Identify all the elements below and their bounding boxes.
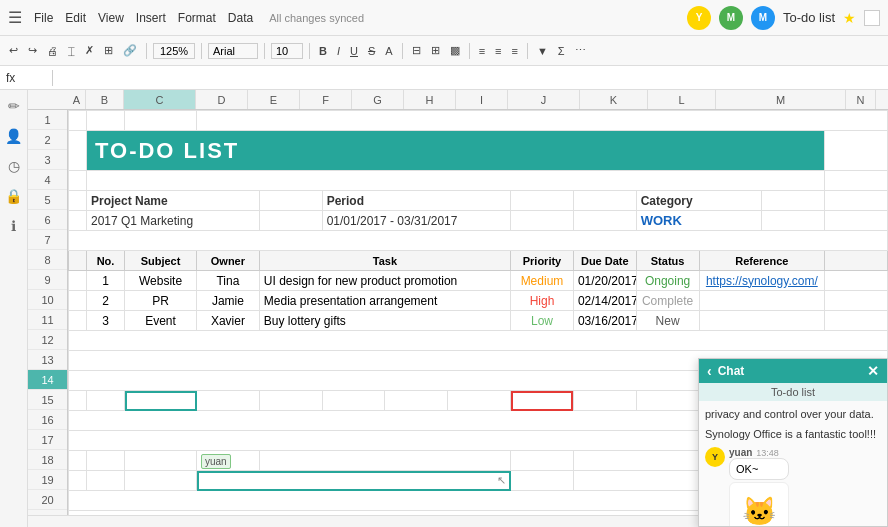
cell-a4[interactable] xyxy=(69,191,87,211)
cell-j14[interactable] xyxy=(573,391,636,411)
underline-btn[interactable]: U xyxy=(347,44,361,58)
cell-a18[interactable] xyxy=(69,471,87,491)
cell-i14[interactable] xyxy=(511,391,574,411)
cell-b17[interactable] xyxy=(87,451,125,471)
cell-c18[interactable] xyxy=(125,471,197,491)
cell-rest-3[interactable] xyxy=(87,171,825,191)
cell-n4[interactable] xyxy=(825,191,888,211)
font-color-btn[interactable]: A xyxy=(382,44,395,58)
cell-e5[interactable] xyxy=(259,211,322,231)
cell-a8[interactable] xyxy=(69,271,87,291)
cell-ref-3[interactable] xyxy=(699,311,825,331)
cell-g14[interactable] xyxy=(385,391,448,411)
italic-btn[interactable]: I xyxy=(334,44,343,58)
merge-btn[interactable]: ⊟ xyxy=(409,43,424,58)
cell-j4[interactable] xyxy=(573,191,636,211)
sidebar-icon-person[interactable]: 👤 xyxy=(5,128,22,144)
cell-a14[interactable] xyxy=(69,391,87,411)
sidebar-icon-info[interactable]: ℹ xyxy=(11,218,16,234)
cell-j5[interactable] xyxy=(573,211,636,231)
fill-color-btn[interactable]: ▩ xyxy=(447,43,463,58)
cell-n9[interactable] xyxy=(825,291,888,311)
col-header-a: A xyxy=(68,90,86,109)
cell-e17-h17[interactable] xyxy=(259,451,510,471)
cell-n7[interactable] xyxy=(825,251,888,271)
more-btn[interactable]: ⋯ xyxy=(572,43,589,58)
cell-d14[interactable] xyxy=(197,391,260,411)
cell-a9[interactable] xyxy=(69,291,87,311)
cell-e14[interactable] xyxy=(259,391,322,411)
undo-btn[interactable]: ↩ xyxy=(6,43,21,58)
eraser-btn[interactable]: ✗ xyxy=(82,43,97,58)
cell-ref-2[interactable] xyxy=(699,291,825,311)
cell-b18[interactable] xyxy=(87,471,125,491)
cell-i4[interactable] xyxy=(511,191,574,211)
cell-a5[interactable] xyxy=(69,211,87,231)
menu-insert[interactable]: Insert xyxy=(136,11,166,25)
cell-n5[interactable] xyxy=(825,211,888,231)
cell-n2[interactable] xyxy=(825,131,888,171)
menu-view[interactable]: View xyxy=(98,11,124,25)
image-btn[interactable]: ⊞ xyxy=(101,43,116,58)
print-btn[interactable]: 🖨 xyxy=(44,44,61,58)
row-6-cells[interactable] xyxy=(69,231,888,251)
cell-a3[interactable] xyxy=(69,171,87,191)
menu-edit[interactable]: Edit xyxy=(65,11,86,25)
menu-format[interactable]: Format xyxy=(178,11,216,25)
redo-btn[interactable]: ↪ xyxy=(25,43,40,58)
cell-a7[interactable] xyxy=(69,251,87,271)
zoom-box[interactable]: 125% xyxy=(153,43,195,59)
cell-n8[interactable] xyxy=(825,271,888,291)
font-selector[interactable]: Arial xyxy=(208,43,258,59)
chat-back-btn[interactable]: ‹ xyxy=(707,363,712,379)
sum-btn[interactable]: Σ xyxy=(555,44,568,58)
align-left-btn[interactable]: ≡ xyxy=(476,44,488,58)
align-right-btn[interactable]: ≡ xyxy=(509,44,521,58)
cell-h14[interactable] xyxy=(448,391,511,411)
cell-ref-1[interactable]: https://synology.com/ xyxy=(699,271,825,291)
sidebar-icon-lock[interactable]: 🔒 xyxy=(5,188,22,204)
star-icon[interactable]: ★ xyxy=(843,10,856,26)
cell-f14[interactable] xyxy=(322,391,385,411)
cell-a2[interactable] xyxy=(69,131,87,171)
cell-k14[interactable] xyxy=(636,391,699,411)
sidebar-icon-clock[interactable]: ◷ xyxy=(8,158,20,174)
cell-c17[interactable] xyxy=(125,451,197,471)
chat-body[interactable]: privacy and control over your data. Syno… xyxy=(699,401,887,526)
hamburger-icon[interactable]: ☰ xyxy=(8,8,22,27)
cell-rest-1[interactable] xyxy=(197,111,888,131)
filter-btn[interactable]: ▼ xyxy=(534,44,551,58)
menu-file[interactable]: File xyxy=(34,11,53,25)
main-area: ✏ 👤 ◷ 🔒 ℹ A B C D E F G H I J K L M N 1 xyxy=(0,90,888,527)
cell-m4[interactable] xyxy=(762,191,825,211)
cell-a1[interactable] xyxy=(69,111,87,131)
bold-btn[interactable]: B xyxy=(316,44,330,58)
cell-n10[interactable] xyxy=(825,311,888,331)
cell-n3[interactable] xyxy=(825,171,888,191)
row-11-cells[interactable] xyxy=(69,331,888,351)
sidebar-icon-pencil[interactable]: ✏ xyxy=(8,98,20,114)
cell-reference[interactable]: fx xyxy=(6,71,46,85)
align-center-btn[interactable]: ≡ xyxy=(492,44,504,58)
cell-d18-h18[interactable]: ↖ xyxy=(197,471,511,491)
cell-b14[interactable] xyxy=(87,391,125,411)
cell-i5[interactable] xyxy=(511,211,574,231)
cell-c14[interactable] xyxy=(125,391,197,411)
cell-c1[interactable] xyxy=(125,111,197,131)
cell-a10[interactable] xyxy=(69,311,87,331)
cell-b1[interactable] xyxy=(87,111,125,131)
strikethrough-btn[interactable]: S xyxy=(365,44,378,58)
paint-format-btn[interactable]: ⌶ xyxy=(65,44,78,58)
cell-a17[interactable] xyxy=(69,451,87,471)
window-icon[interactable] xyxy=(864,10,880,26)
link-btn[interactable]: 🔗 xyxy=(120,43,140,58)
cell-d17[interactable]: yuan xyxy=(197,451,260,471)
chat-close-btn[interactable]: ✕ xyxy=(867,363,879,379)
font-size-selector[interactable]: 10 xyxy=(271,43,303,59)
cell-i17[interactable] xyxy=(511,451,574,471)
border-btn[interactable]: ⊞ xyxy=(428,43,443,58)
cell-i18[interactable] xyxy=(511,471,574,491)
cell-m5[interactable] xyxy=(762,211,825,231)
menu-data[interactable]: Data xyxy=(228,11,253,25)
cell-e4[interactable] xyxy=(259,191,322,211)
